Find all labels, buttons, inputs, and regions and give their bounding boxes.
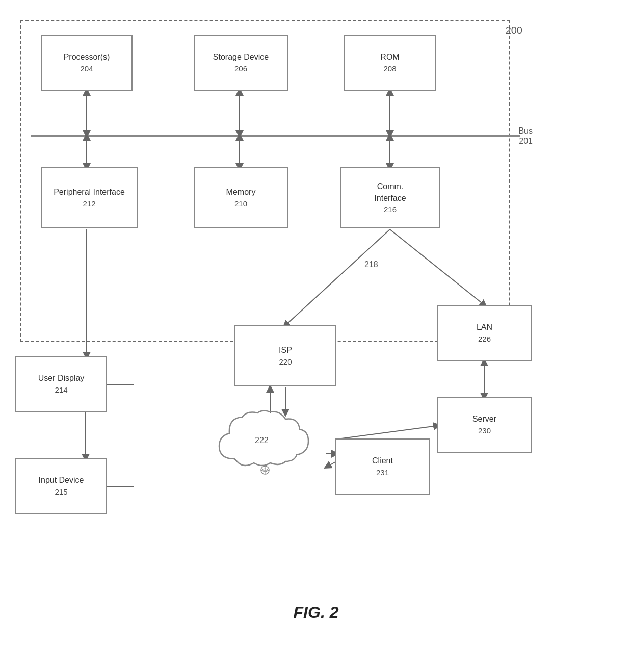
system-label: 200 [506, 24, 522, 36]
user-display-label: User Display [38, 373, 85, 384]
isp-number: 220 [279, 356, 292, 367]
rom-box: ROM 208 [344, 35, 436, 91]
client-label: Client [372, 455, 393, 467]
comm-label: Comm.Interface [374, 181, 406, 204]
peripheral-number: 212 [83, 198, 95, 209]
isp-label: ISP [279, 345, 292, 356]
input-device-label: Input Device [39, 475, 84, 486]
lan-box: LAN 226 [437, 305, 532, 361]
cloud-222: 222 [214, 408, 316, 479]
comm-box: Comm.Interface 216 [340, 167, 440, 228]
server-number: 230 [478, 425, 491, 436]
cloud-label: 222 [255, 436, 269, 445]
storage-label: Storage Device [213, 51, 269, 63]
storage-number: 206 [234, 63, 247, 74]
memory-label: Memory [226, 187, 256, 198]
comm-number: 216 [384, 204, 397, 215]
rom-label: ROM [380, 51, 399, 63]
label-218: 218 [364, 260, 378, 269]
svg-line-16 [341, 426, 437, 438]
input-device-box: Input Device 215 [15, 458, 107, 514]
memory-box: Memory 210 [194, 167, 288, 228]
bus-number: 201 [519, 137, 533, 146]
user-display-box: User Display 214 [15, 356, 107, 412]
storage-box: Storage Device 206 [194, 35, 288, 91]
user-display-number: 214 [55, 384, 67, 395]
input-device-number: 215 [55, 486, 67, 497]
bus-line [31, 135, 520, 137]
lan-label: LAN [477, 322, 492, 333]
figure-label: FIG. 2 [294, 603, 339, 622]
client-box: Client 231 [335, 438, 430, 495]
peripheral-label: Peripheral Interface [54, 187, 125, 198]
bus-label: Bus [518, 126, 533, 136]
processor-box: Processor(s) 204 [41, 35, 133, 91]
server-box: Server 230 [437, 397, 532, 453]
rom-number: 208 [383, 63, 396, 74]
peripheral-box: Peripheral Interface 212 [41, 167, 138, 228]
isp-box: ISP 220 [234, 325, 336, 386]
client-number: 231 [376, 467, 389, 478]
server-label: Server [472, 413, 496, 425]
memory-number: 210 [234, 198, 247, 209]
processor-label: Processor(s) [64, 51, 110, 63]
diagram-container: 200 Bus 201 [10, 10, 622, 632]
lan-number: 226 [478, 333, 491, 344]
processor-number: 204 [80, 63, 93, 74]
